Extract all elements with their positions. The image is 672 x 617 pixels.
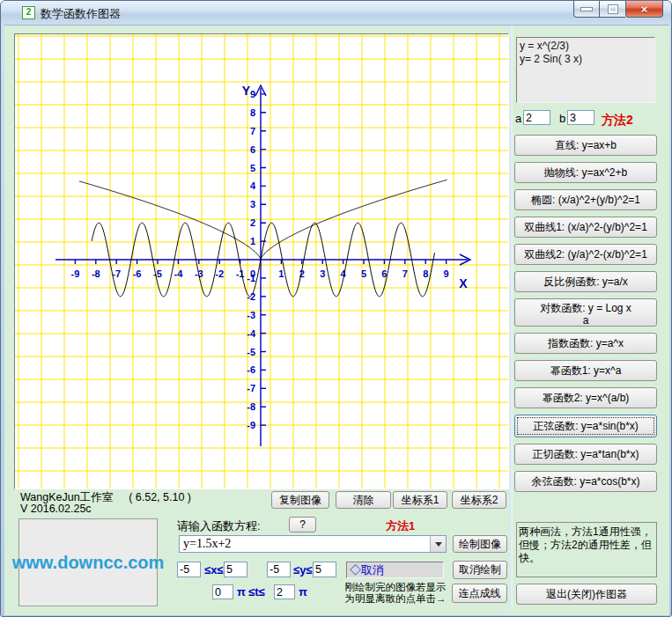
svg-text:-8: -8 — [247, 401, 255, 412]
help-button[interactable]: ? — [289, 517, 316, 533]
b-label: b — [559, 112, 565, 125]
title-bar[interactable]: 2 数学函数作图器 × — [1, 1, 671, 25]
minimize-button[interactable] — [573, 1, 600, 18]
y-min-input[interactable] — [267, 562, 291, 577]
connect-hint-line1: 刚绘制完的图像若显示 — [341, 582, 450, 593]
svg-text:-2: -2 — [215, 268, 224, 279]
maximize-button[interactable] — [600, 1, 625, 18]
svg-text:6: 6 — [381, 268, 387, 279]
svg-text:X: X — [459, 276, 468, 290]
svg-text:2: 2 — [250, 217, 255, 228]
connect-hint-line2: 为明显离散的点单击→ — [341, 593, 450, 605]
draw-image-button[interactable]: 绘制图像 — [453, 535, 507, 553]
connect-hint: 刚绘制完的图像若显示 为明显离散的点单击→ — [341, 582, 450, 605]
svg-text:-5: -5 — [247, 347, 255, 357]
svg-text:7: 7 — [402, 268, 408, 279]
function-button-reciprocal[interactable]: 反比例函数: y=a/x — [514, 271, 657, 292]
method1-label: 方法1 — [386, 518, 415, 534]
method2-label: 方法2 — [602, 113, 633, 129]
x-min-input[interactable] — [177, 562, 201, 577]
svg-text:-6: -6 — [247, 364, 255, 375]
equation-value[interactable]: y=1.5x+2 — [180, 536, 430, 552]
t-range-label: ≤t≤ — [248, 585, 265, 599]
svg-text:-4: -4 — [247, 328, 256, 339]
copy-image-button[interactable]: 复制图像 — [271, 491, 329, 509]
function-button-cosine[interactable]: 余弦函数: y=a*cos(b*x) — [514, 471, 657, 492]
graph-panel[interactable]: -9-8-7-6-5-4-3-2-10123456789987654321-1-… — [14, 33, 509, 489]
chevron-down-icon — [435, 542, 442, 547]
maximize-icon — [609, 5, 617, 13]
svg-text:-2: -2 — [247, 291, 255, 302]
close-button[interactable]: × — [625, 1, 663, 18]
svg-text:-1: -1 — [247, 273, 255, 283]
a-label: a — [515, 112, 521, 125]
svg-text:-6: -6 — [133, 268, 142, 279]
version-label: V 2016.02.25c — [20, 503, 92, 515]
studio-name: WangKeJun工作室 — [20, 491, 113, 503]
t-min-input[interactable] — [212, 584, 233, 599]
window-controls: × — [573, 1, 663, 18]
svg-text:8: 8 — [250, 107, 255, 118]
svg-text:5: 5 — [361, 268, 366, 279]
svg-text:-7: -7 — [247, 383, 255, 393]
methods-note: 两种画法，方法1通用性强，但慢；方法2的通用性差，但快。 — [516, 522, 657, 577]
combo-dropdown-button[interactable] — [430, 536, 446, 552]
cancel-draw-button[interactable]: 取消绘制 — [453, 561, 507, 579]
preview-box: www.downcc.com — [18, 518, 158, 606]
svg-text:7: 7 — [250, 126, 255, 136]
app-window: 2 数学函数作图器 × -9-8-7-6-5-4-3-2-10123456789… — [0, 0, 672, 617]
function-button-list: 直线: y=ax+b抛物线: y=ax^2+b椭圆: (x/a)^2+(y/b)… — [514, 135, 657, 492]
t-max-input[interactable] — [274, 584, 295, 599]
equation-line-1: y = x^(2/3) — [520, 40, 652, 53]
function-button-power1[interactable]: 幂函数1: y=x^a — [514, 360, 657, 381]
svg-text:-1: -1 — [236, 268, 245, 279]
x-max-input[interactable] — [224, 562, 247, 577]
svg-text:-9: -9 — [247, 420, 255, 430]
panel-divider — [510, 26, 513, 611]
function-button-hyperbola1[interactable]: 双曲线1: (x/a)^2-(y/b)^2=1 — [514, 217, 657, 238]
equation-line-2: y= 2 Sin( 3 x) — [520, 53, 652, 66]
a-input[interactable] — [523, 110, 550, 125]
equation-combobox[interactable]: y=1.5x+2 — [179, 535, 447, 553]
svg-text:-4: -4 — [174, 268, 184, 279]
svg-text:1: 1 — [250, 236, 255, 246]
cancel-option[interactable]: ◇取消 — [346, 562, 444, 578]
svg-text:Y: Y — [242, 84, 251, 98]
function-button-parabola[interactable]: 抛物线: y=ax^2+b — [514, 162, 657, 183]
function-button-logarithm[interactable]: 对数函数: y = Log xa — [514, 298, 657, 327]
clear-button[interactable]: 清除 — [336, 491, 391, 509]
coordinate-system-1-button[interactable]: 坐标系1 — [393, 491, 447, 509]
equation-input-label: 请输入函数方程: — [177, 518, 261, 534]
function-button-line[interactable]: 直线: y=ax+b — [514, 135, 657, 156]
y-max-input[interactable] — [313, 562, 336, 577]
window-title: 数学函数作图器 — [41, 6, 121, 22]
app-icon: 2 — [22, 6, 35, 19]
pi-label-1: π — [237, 585, 246, 599]
svg-text:4: 4 — [250, 180, 256, 191]
cursor-coordinates: ( 6.52, 5.10 ) — [129, 491, 191, 503]
pi-label-2: π — [299, 585, 307, 599]
svg-text:-3: -3 — [247, 310, 255, 320]
watermark-text: www.downcc.com — [12, 553, 165, 573]
b-input[interactable] — [567, 110, 594, 125]
exit-button[interactable]: 退出(关闭)作图器 — [516, 584, 657, 605]
svg-text:3: 3 — [250, 199, 255, 209]
svg-text:-8: -8 — [92, 268, 100, 279]
y-range-label: ≤y≤ — [293, 563, 313, 577]
coordinate-system-2-button[interactable]: 坐标系2 — [452, 491, 506, 509]
grid-lines — [15, 34, 508, 488]
svg-text:3: 3 — [320, 268, 325, 279]
function-button-power2[interactable]: 幂函数2: y=x^(a/b) — [514, 387, 657, 408]
function-button-hyperbola2[interactable]: 双曲线2: (y/a)^2-(x/b)^2=1 — [514, 244, 657, 265]
x-range-label: ≤x≤ — [204, 563, 224, 577]
svg-text:8: 8 — [423, 268, 428, 279]
function-button-sine[interactable]: 正弦函数: y=a*sin(b*x) — [514, 415, 657, 437]
function-button-exponential[interactable]: 指数函数: y=a^x — [514, 333, 657, 354]
svg-text:5: 5 — [250, 163, 255, 173]
function-button-tangent[interactable]: 正切函数: y=a*tan(b*x) — [514, 444, 657, 465]
svg-text:6: 6 — [250, 144, 255, 155]
function-button-ellipse[interactable]: 椭圆: (x/a)^2+(y/b)^2=1 — [514, 189, 657, 210]
connect-points-button[interactable]: 连点成线 — [452, 584, 507, 603]
svg-text:9: 9 — [250, 89, 255, 99]
svg-text:1: 1 — [278, 268, 284, 279]
